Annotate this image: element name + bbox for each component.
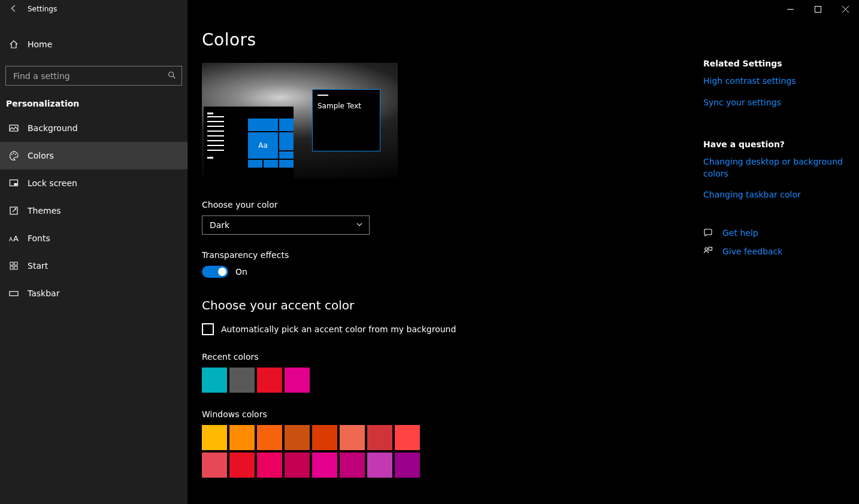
color-swatch[interactable] [257, 425, 282, 450]
nav-icon [8, 123, 19, 133]
color-swatch[interactable] [340, 453, 365, 478]
svg-rect-11 [14, 183, 17, 186]
nav-label: Start [28, 261, 48, 271]
color-swatch[interactable] [229, 425, 255, 450]
nav-icon [8, 290, 19, 297]
color-preview: Aa Sample Text [202, 63, 398, 178]
svg-point-8 [13, 153, 14, 154]
color-swatch[interactable] [285, 425, 310, 450]
sidebar-item-background[interactable]: Background [0, 114, 187, 142]
choose-color-label: Choose your color [202, 200, 677, 210]
sidebar-item-themes[interactable]: Themes [0, 197, 187, 224]
transparency-toggle[interactable] [202, 266, 228, 278]
nav-label: Taskbar [28, 289, 59, 298]
nav-label: Lock screen [28, 178, 77, 188]
link-sync-settings[interactable]: Sync your settings [703, 97, 851, 109]
home-icon [8, 40, 19, 49]
color-swatch[interactable] [367, 453, 392, 478]
color-swatch[interactable] [229, 368, 255, 393]
svg-rect-19 [10, 292, 18, 296]
have-question-heading: Have a question? [703, 139, 851, 149]
svg-rect-18 [14, 266, 17, 269]
svg-rect-17 [10, 266, 13, 269]
home-nav[interactable]: Home [0, 31, 187, 57]
color-swatch[interactable] [202, 453, 227, 478]
color-swatch[interactable] [202, 425, 227, 450]
right-rail: Related Settings High contrast settings … [703, 54, 859, 265]
sidebar-item-taskbar[interactable]: Taskbar [0, 280, 187, 307]
svg-rect-1 [815, 6, 821, 12]
maximize-button[interactable] [804, 0, 831, 18]
color-swatch[interactable] [395, 453, 420, 478]
related-settings-heading: Related Settings [703, 59, 851, 68]
nav-icon [8, 206, 19, 215]
transparency-label: Transparency effects [202, 250, 677, 260]
minimize-button[interactable] [776, 0, 804, 18]
close-button[interactable] [831, 0, 859, 18]
svg-point-4 [169, 72, 174, 77]
nav-label: Colors [28, 151, 54, 160]
help-icon [703, 227, 714, 239]
nav-label: Fonts [28, 233, 50, 243]
svg-text:A: A [13, 235, 19, 242]
color-swatch[interactable] [367, 425, 392, 450]
transparency-value: On [235, 267, 247, 277]
auto-pick-checkbox[interactable] [202, 323, 214, 335]
nav-icon [8, 261, 19, 271]
chevron-down-icon [356, 221, 363, 230]
auto-pick-label: Automatically pick an accent color from … [221, 324, 456, 334]
page-title: Colors [202, 30, 677, 50]
nav-icon: AA [8, 235, 19, 242]
link-changing-background[interactable]: Changing desktop or background colors [703, 156, 851, 180]
windows-colors-label: Windows colors [202, 409, 677, 419]
svg-rect-21 [709, 247, 712, 250]
category-title: Personalization [6, 99, 187, 108]
accent-heading: Choose your accent color [202, 298, 677, 312]
search-icon [168, 71, 176, 81]
main-content: Colors Aa Sample Text Choose your color … [187, 18, 691, 504]
search-input[interactable] [5, 66, 182, 86]
color-swatch[interactable] [340, 425, 365, 450]
sidebar-item-fonts[interactable]: AAFonts [0, 224, 187, 252]
svg-point-7 [11, 154, 13, 155]
color-swatch[interactable] [229, 453, 255, 478]
sidebar: Home Personalization BackgroundColorsLoc… [0, 18, 187, 504]
recent-colors-label: Recent colors [202, 352, 677, 362]
svg-point-20 [705, 248, 707, 250]
color-swatch[interactable] [202, 368, 227, 393]
svg-point-9 [15, 154, 16, 155]
sidebar-item-lock-screen[interactable]: Lock screen [0, 169, 187, 197]
window-title: Settings [28, 5, 57, 13]
choose-color-value: Dark [210, 220, 229, 230]
color-swatch[interactable] [257, 453, 282, 478]
link-high-contrast[interactable]: High contrast settings [703, 75, 851, 87]
get-help-link[interactable]: Get help [703, 227, 851, 239]
color-swatch[interactable] [312, 453, 337, 478]
back-button[interactable] [0, 4, 28, 15]
color-swatch[interactable] [395, 425, 420, 450]
preview-tile-aa: Aa [248, 132, 278, 159]
svg-rect-16 [14, 262, 17, 265]
sidebar-item-start[interactable]: Start [0, 252, 187, 280]
choose-color-dropdown[interactable]: Dark [202, 215, 370, 235]
color-swatch[interactable] [257, 368, 282, 393]
color-swatch[interactable] [285, 453, 310, 478]
feedback-icon [703, 246, 714, 257]
svg-rect-15 [10, 262, 13, 265]
home-label: Home [28, 40, 52, 49]
sidebar-item-colors[interactable]: Colors [0, 142, 187, 169]
give-feedback-link[interactable]: Give feedback [703, 246, 851, 257]
link-changing-taskbar[interactable]: Changing taskbar color [703, 189, 851, 201]
nav-label: Themes [28, 206, 61, 215]
nav-label: Background [28, 123, 78, 133]
svg-text:A: A [9, 236, 13, 242]
preview-sample-text: Sample Text [317, 102, 375, 110]
color-swatch[interactable] [285, 368, 310, 393]
color-swatch[interactable] [312, 425, 337, 450]
nav-icon [8, 151, 19, 160]
svg-line-5 [173, 76, 176, 78]
nav-icon [8, 178, 19, 188]
